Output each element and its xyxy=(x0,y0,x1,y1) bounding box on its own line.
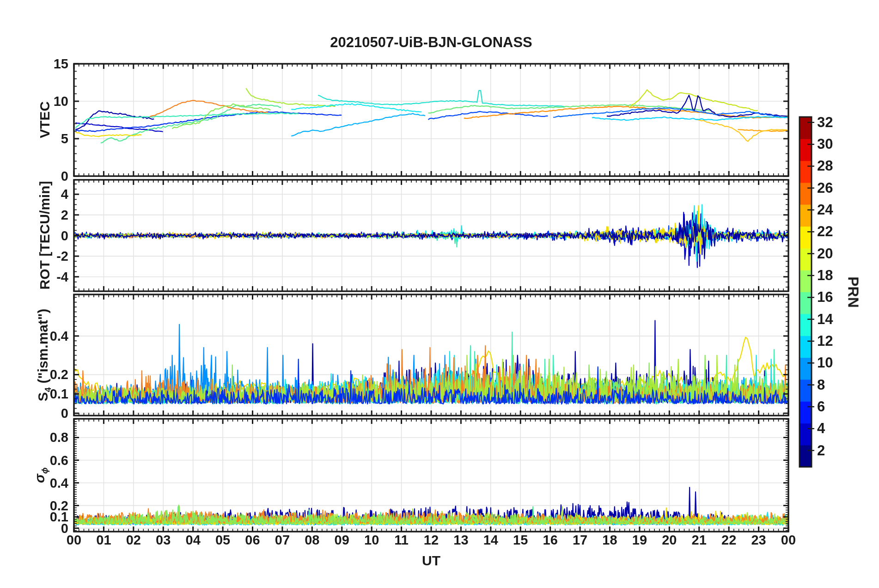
figure: 20210507-UiB-BJN-GLONASS VTEC ROT [TECU/… xyxy=(0,0,879,588)
colorbar-tick-label: 26 xyxy=(817,180,833,196)
x-tick-label: 19 xyxy=(632,533,647,548)
colorbar-tick-label: 2 xyxy=(817,442,825,459)
x-tick-label: 12 xyxy=(424,533,439,548)
x-tick-label: 16 xyxy=(543,533,558,548)
colorbar-tick-label: 12 xyxy=(817,333,833,349)
colorbar-tick-label: 16 xyxy=(817,289,833,306)
x-tick-label: 01 xyxy=(96,533,111,548)
x-tick-label: 04 xyxy=(186,533,201,548)
colorbar-tick-label: 28 xyxy=(817,158,833,174)
x-tick-label: 15 xyxy=(513,533,528,548)
y-tick-label: -2 xyxy=(56,249,68,264)
y-tick-label: 0.8 xyxy=(50,430,68,445)
colorbar-tick-label: 4 xyxy=(817,420,825,437)
y-tick-label: 5 xyxy=(61,131,68,147)
x-tick-label: 02 xyxy=(126,533,141,548)
y-tick-label: 0 xyxy=(61,228,68,243)
colorbar-label: PRN xyxy=(845,276,862,308)
x-tick-label: 09 xyxy=(335,533,349,548)
y-tick-label: -4 xyxy=(56,269,68,284)
colorbar-tick-label: 10 xyxy=(817,355,833,371)
x-tick-label: 20 xyxy=(662,533,677,548)
chart-title: 20210507-UiB-BJN-GLONASS xyxy=(330,34,532,51)
y-tick-label: 0 xyxy=(61,405,68,421)
y-tick-label: 0.2 xyxy=(50,498,68,513)
chart-canvas xyxy=(0,0,879,588)
x-tick-label: 17 xyxy=(573,533,587,548)
x-tick-label: 07 xyxy=(275,533,290,548)
x-tick-label: 05 xyxy=(215,533,230,548)
x-tick-label: 11 xyxy=(394,533,409,548)
y-tick-label: 0.1 xyxy=(50,386,68,402)
colorbar-tick-label: 20 xyxy=(817,245,833,262)
x-tick-label: 03 xyxy=(156,533,171,548)
x-tick-label: 06 xyxy=(245,533,260,548)
colorbar-tick-label: 30 xyxy=(817,136,833,153)
x-tick-label: 00 xyxy=(67,533,81,548)
x-tick-label: 18 xyxy=(602,533,617,548)
x-tick-label: 13 xyxy=(453,533,468,548)
x-tick-label: 23 xyxy=(751,533,766,548)
x-tick-label: 00 xyxy=(781,533,796,548)
y-tick-label: 10 xyxy=(54,94,68,109)
colorbar-tick-label: 18 xyxy=(817,267,833,284)
x-tick-label: 22 xyxy=(721,533,736,548)
colorbar-tick-label: 14 xyxy=(817,311,833,328)
colorbar-tick-label: 6 xyxy=(817,398,825,415)
x-tick-label: 14 xyxy=(483,533,498,548)
y-tick-label: 0 xyxy=(61,169,68,184)
x-tick-label: 10 xyxy=(364,533,379,548)
y-tick-label: 0.6 xyxy=(50,453,68,468)
y-tick-label: 2 xyxy=(61,207,68,222)
y-tick-label: 0.4 xyxy=(50,328,68,343)
y-axis-label-sigma-phi: σϕ xyxy=(32,378,50,572)
y-tick-label: 0.2 xyxy=(50,367,68,382)
x-axis-label: UT xyxy=(422,553,440,569)
y-tick-label: 0.4 xyxy=(50,475,68,490)
x-tick-label: 08 xyxy=(305,533,319,548)
colorbar-tick-label: 24 xyxy=(817,202,833,218)
colorbar-tick-label: 32 xyxy=(817,114,833,131)
colorbar-tick-label: 8 xyxy=(817,377,825,393)
colorbar-tick-label: 22 xyxy=(817,223,833,240)
x-tick-label: 21 xyxy=(692,533,707,548)
y-tick-label: 15 xyxy=(54,56,68,72)
y-tick-label: 4 xyxy=(61,187,68,202)
